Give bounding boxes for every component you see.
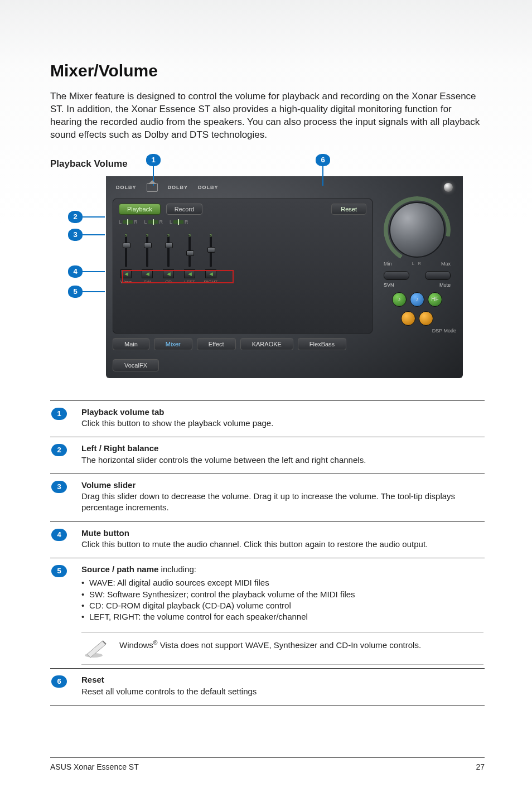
tab-record[interactable]: Record xyxy=(166,204,202,215)
btab-mixer[interactable]: Mixer xyxy=(154,338,192,350)
item-2: 2 Left / Right balance The horizontal sl… xyxy=(50,437,485,474)
footer-page-number: 27 xyxy=(476,762,485,771)
item-num: 3 xyxy=(51,481,67,493)
callout-5: 5 xyxy=(68,286,105,298)
source-label-right: RIGHT xyxy=(204,279,218,284)
item-1: 1 Playback volume tab Click this button … xyxy=(50,400,485,437)
item-5: 5 Source / path name including: WAVE: Al… xyxy=(50,558,485,668)
dolby-logo-3: DOLBY xyxy=(198,185,219,190)
mixer-tabs: Playback Record Reset xyxy=(119,204,366,215)
dial-min-label: Min xyxy=(384,261,392,267)
tab-playback[interactable]: Playback xyxy=(119,204,161,215)
dolby-logo-1: DOLBY xyxy=(116,185,137,190)
balance-slider-3[interactable] xyxy=(173,220,183,224)
callout-bubble: 3 xyxy=(68,229,83,241)
item-title: Reset xyxy=(81,675,104,684)
item-title: Volume slider xyxy=(81,480,136,490)
callout-lead xyxy=(83,271,105,272)
callout-lead xyxy=(83,291,105,292)
dsp-icon-1[interactable]: ♪ xyxy=(392,292,407,307)
callout-lead xyxy=(322,166,323,186)
item-text: The horizontal slider controls the volum… xyxy=(81,455,366,465)
heading-mixer-volume: Mixer/Volume xyxy=(50,61,485,80)
home-icon[interactable] xyxy=(147,183,158,192)
callout-bubble: 2 xyxy=(68,211,83,223)
master-volume-dial[interactable] xyxy=(389,202,445,258)
mute-slider[interactable] xyxy=(425,271,451,280)
volume-slider-sw[interactable] xyxy=(146,234,148,267)
callout-lead xyxy=(83,216,105,218)
dsp-icon-hf[interactable]: HF xyxy=(428,292,442,307)
bottom-tabs: Main Mixer Effect KARAOKE FlexBass Vocal… xyxy=(113,338,456,371)
dsp-icon-2[interactable]: ♪ xyxy=(410,292,424,307)
note-text: Windows® Vista does not support WAVE, Sy… xyxy=(119,639,421,651)
dolby-topbar: DOLBY DOLBY DOLBY xyxy=(113,182,456,199)
mute-button-wave[interactable]: ◀ xyxy=(120,269,132,278)
item-title-tail: including: xyxy=(158,564,196,574)
item-title: Playback volume tab xyxy=(81,407,164,417)
balance-slider-1[interactable] xyxy=(123,220,133,224)
dolby-logo-2: DOLBY xyxy=(168,185,188,190)
volume-sliders: ◀ ◀ ◀ ◀ ◀ xyxy=(119,228,366,278)
volume-slider-wave[interactable] xyxy=(125,234,127,267)
source-label-cd: CD xyxy=(161,279,176,284)
balance-label: L xyxy=(119,219,122,225)
note-icon xyxy=(84,639,108,659)
balance-label: R xyxy=(159,219,163,225)
item-4: 4 Mute button Click this button to mute … xyxy=(50,521,485,558)
callout-bubble: 1 xyxy=(146,154,161,166)
source-label-left: LEFT xyxy=(182,279,197,284)
item-3: 3 Volume slider Drag this slider down to… xyxy=(50,474,485,521)
btab-effect[interactable]: Effect xyxy=(197,338,236,350)
balance-slider-2[interactable] xyxy=(148,220,158,224)
lr-balance-row: LR LR LR xyxy=(119,219,366,225)
mute-button-right[interactable]: ◀ xyxy=(205,269,216,278)
item-num: 6 xyxy=(51,675,67,688)
dsp-icon-3[interactable] xyxy=(401,311,415,326)
callout-bubble: 4 xyxy=(68,265,83,278)
mixer-pane: Playback Record Reset LR LR LR ◀ ◀ ◀ ◀ xyxy=(113,199,373,334)
intro-paragraph: The Mixer feature is designed to control… xyxy=(50,90,485,142)
volume-slider-right[interactable] xyxy=(210,234,212,267)
btab-karaoke[interactable]: KARAOKE xyxy=(240,338,293,350)
page-footer: ASUS Xonar Essence ST 27 xyxy=(50,757,485,771)
svn-slider[interactable] xyxy=(384,271,409,280)
master-pane: Min L R Max SVN Mute ♪ ♪ xyxy=(378,199,456,334)
balance-label: L xyxy=(170,219,172,225)
balance-label: R xyxy=(134,219,138,225)
callout-6: 6 xyxy=(316,154,330,186)
note-box: Windows® Vista does not support WAVE, Sy… xyxy=(81,632,483,665)
mute-button-sw[interactable]: ◀ xyxy=(142,269,153,278)
btab-vocalfx[interactable]: VocalFX xyxy=(113,359,159,371)
callout-2: 2 xyxy=(68,211,105,223)
mute-label: Mute xyxy=(439,282,451,288)
callout-4: 4 xyxy=(68,265,105,278)
item-title: Left / Right balance xyxy=(81,443,158,453)
mode-indicator-icon[interactable] xyxy=(444,183,453,192)
dsp-mode-label: DSP Mode xyxy=(432,328,456,334)
mixer-window: DOLBY DOLBY DOLBY Playback Record Reset … xyxy=(106,176,463,378)
btab-main[interactable]: Main xyxy=(113,338,149,350)
item-title: Mute button xyxy=(81,528,129,538)
callout-lead xyxy=(83,234,105,235)
item-num: 2 xyxy=(51,444,67,456)
btab-flexbass[interactable]: FlexBass xyxy=(298,338,346,350)
item-6: 6 Reset Reset all volume controls to the… xyxy=(50,668,485,706)
source-label-sw: SW xyxy=(140,279,154,284)
item-num: 5 xyxy=(51,565,67,577)
item-text: Click this button to mute the audio chan… xyxy=(81,539,428,549)
bullet: LEFT, RIGHT: the volume control for each… xyxy=(81,611,483,622)
mute-button-left[interactable]: ◀ xyxy=(184,269,195,278)
reset-button[interactable]: Reset xyxy=(331,204,366,215)
dsp-icon-4[interactable] xyxy=(419,311,433,326)
screenshot-area: 1 6 2 3 4 5 DOLBY DOLBY xyxy=(72,176,485,378)
balance-label: L xyxy=(144,219,147,225)
item-text: Reset all volume controls to the default… xyxy=(81,687,257,696)
mute-button-cd[interactable]: ◀ xyxy=(163,269,174,278)
volume-slider-cd[interactable] xyxy=(167,234,170,267)
item-text: Drag this slider down to decrease the vo… xyxy=(81,491,455,512)
volume-slider-left[interactable] xyxy=(188,234,191,267)
footer-left: ASUS Xonar Essence ST xyxy=(50,762,139,771)
item-bullets: WAVE: All digital audio sources except M… xyxy=(81,577,483,622)
item-num: 1 xyxy=(51,408,67,420)
